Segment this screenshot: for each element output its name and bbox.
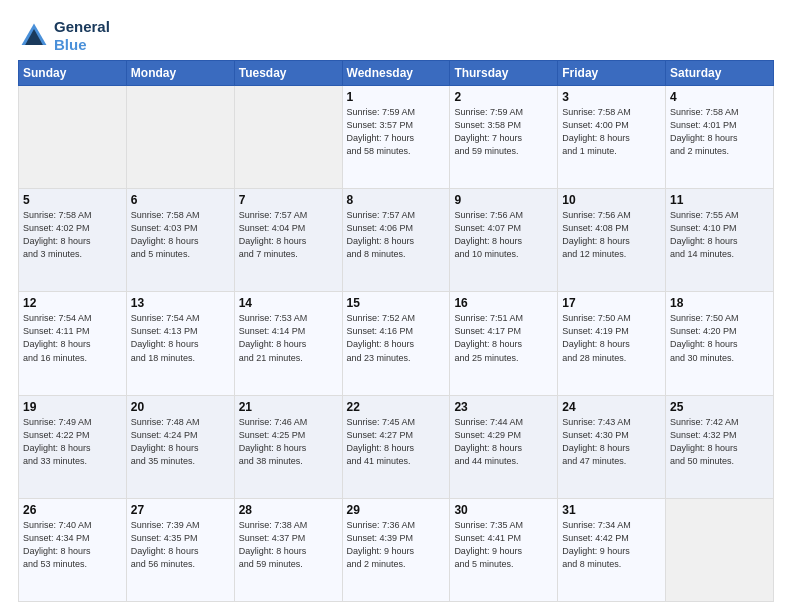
day-number: 10: [562, 193, 661, 207]
calendar-day-cell: 13Sunrise: 7:54 AM Sunset: 4:13 PM Dayli…: [126, 292, 234, 395]
day-number: 12: [23, 296, 122, 310]
calendar-day-cell: [234, 86, 342, 189]
calendar-day-cell: 28Sunrise: 7:38 AM Sunset: 4:37 PM Dayli…: [234, 498, 342, 601]
day-number: 7: [239, 193, 338, 207]
day-info: Sunrise: 7:44 AM Sunset: 4:29 PM Dayligh…: [454, 416, 553, 468]
calendar-day-cell: 7Sunrise: 7:57 AM Sunset: 4:04 PM Daylig…: [234, 189, 342, 292]
calendar-day-cell: 18Sunrise: 7:50 AM Sunset: 4:20 PM Dayli…: [666, 292, 774, 395]
calendar-day-cell: 2Sunrise: 7:59 AM Sunset: 3:58 PM Daylig…: [450, 86, 558, 189]
calendar-day-cell: 15Sunrise: 7:52 AM Sunset: 4:16 PM Dayli…: [342, 292, 450, 395]
day-info: Sunrise: 7:35 AM Sunset: 4:41 PM Dayligh…: [454, 519, 553, 571]
day-number: 16: [454, 296, 553, 310]
logo-line1: General: [54, 18, 110, 36]
logo-text: General Blue: [54, 18, 110, 54]
calendar-day-cell: 21Sunrise: 7:46 AM Sunset: 4:25 PM Dayli…: [234, 395, 342, 498]
calendar-day-cell: 23Sunrise: 7:44 AM Sunset: 4:29 PM Dayli…: [450, 395, 558, 498]
day-number: 28: [239, 503, 338, 517]
header: General Blue: [18, 18, 774, 54]
calendar-day-cell: 3Sunrise: 7:58 AM Sunset: 4:00 PM Daylig…: [558, 86, 666, 189]
calendar-day-header: Friday: [558, 61, 666, 86]
day-info: Sunrise: 7:40 AM Sunset: 4:34 PM Dayligh…: [23, 519, 122, 571]
day-info: Sunrise: 7:46 AM Sunset: 4:25 PM Dayligh…: [239, 416, 338, 468]
day-info: Sunrise: 7:45 AM Sunset: 4:27 PM Dayligh…: [347, 416, 446, 468]
day-number: 14: [239, 296, 338, 310]
calendar-week-row: 12Sunrise: 7:54 AM Sunset: 4:11 PM Dayli…: [19, 292, 774, 395]
calendar-day-cell: 4Sunrise: 7:58 AM Sunset: 4:01 PM Daylig…: [666, 86, 774, 189]
calendar-day-header: Thursday: [450, 61, 558, 86]
day-number: 6: [131, 193, 230, 207]
day-info: Sunrise: 7:58 AM Sunset: 4:01 PM Dayligh…: [670, 106, 769, 158]
day-number: 15: [347, 296, 446, 310]
calendar-day-cell: [126, 86, 234, 189]
calendar-day-cell: 26Sunrise: 7:40 AM Sunset: 4:34 PM Dayli…: [19, 498, 127, 601]
calendar-day-cell: 6Sunrise: 7:58 AM Sunset: 4:03 PM Daylig…: [126, 189, 234, 292]
calendar-day-cell: 16Sunrise: 7:51 AM Sunset: 4:17 PM Dayli…: [450, 292, 558, 395]
calendar-day-cell: 14Sunrise: 7:53 AM Sunset: 4:14 PM Dayli…: [234, 292, 342, 395]
day-info: Sunrise: 7:43 AM Sunset: 4:30 PM Dayligh…: [562, 416, 661, 468]
day-number: 24: [562, 400, 661, 414]
calendar-day-cell: 27Sunrise: 7:39 AM Sunset: 4:35 PM Dayli…: [126, 498, 234, 601]
day-number: 31: [562, 503, 661, 517]
calendar-day-cell: 5Sunrise: 7:58 AM Sunset: 4:02 PM Daylig…: [19, 189, 127, 292]
day-number: 2: [454, 90, 553, 104]
calendar-day-cell: 19Sunrise: 7:49 AM Sunset: 4:22 PM Dayli…: [19, 395, 127, 498]
day-number: 30: [454, 503, 553, 517]
day-info: Sunrise: 7:56 AM Sunset: 4:07 PM Dayligh…: [454, 209, 553, 261]
day-info: Sunrise: 7:58 AM Sunset: 4:00 PM Dayligh…: [562, 106, 661, 158]
day-number: 11: [670, 193, 769, 207]
calendar-day-cell: 12Sunrise: 7:54 AM Sunset: 4:11 PM Dayli…: [19, 292, 127, 395]
calendar-day-header: Wednesday: [342, 61, 450, 86]
calendar-day-cell: [19, 86, 127, 189]
day-number: 17: [562, 296, 661, 310]
logo-icon: [18, 20, 50, 52]
calendar-week-row: 1Sunrise: 7:59 AM Sunset: 3:57 PM Daylig…: [19, 86, 774, 189]
calendar-day-cell: 9Sunrise: 7:56 AM Sunset: 4:07 PM Daylig…: [450, 189, 558, 292]
calendar-day-cell: 1Sunrise: 7:59 AM Sunset: 3:57 PM Daylig…: [342, 86, 450, 189]
day-number: 5: [23, 193, 122, 207]
calendar-week-row: 19Sunrise: 7:49 AM Sunset: 4:22 PM Dayli…: [19, 395, 774, 498]
calendar-day-cell: 24Sunrise: 7:43 AM Sunset: 4:30 PM Dayli…: [558, 395, 666, 498]
calendar-day-header: Monday: [126, 61, 234, 86]
day-info: Sunrise: 7:36 AM Sunset: 4:39 PM Dayligh…: [347, 519, 446, 571]
calendar-day-cell: 29Sunrise: 7:36 AM Sunset: 4:39 PM Dayli…: [342, 498, 450, 601]
day-info: Sunrise: 7:50 AM Sunset: 4:19 PM Dayligh…: [562, 312, 661, 364]
day-info: Sunrise: 7:55 AM Sunset: 4:10 PM Dayligh…: [670, 209, 769, 261]
day-number: 22: [347, 400, 446, 414]
day-number: 1: [347, 90, 446, 104]
day-number: 20: [131, 400, 230, 414]
day-number: 21: [239, 400, 338, 414]
day-info: Sunrise: 7:56 AM Sunset: 4:08 PM Dayligh…: [562, 209, 661, 261]
day-number: 27: [131, 503, 230, 517]
calendar-day-cell: 30Sunrise: 7:35 AM Sunset: 4:41 PM Dayli…: [450, 498, 558, 601]
day-info: Sunrise: 7:48 AM Sunset: 4:24 PM Dayligh…: [131, 416, 230, 468]
day-number: 13: [131, 296, 230, 310]
day-info: Sunrise: 7:34 AM Sunset: 4:42 PM Dayligh…: [562, 519, 661, 571]
calendar-day-cell: 10Sunrise: 7:56 AM Sunset: 4:08 PM Dayli…: [558, 189, 666, 292]
page: General Blue SundayMondayTuesdayWednesda…: [0, 0, 792, 612]
day-info: Sunrise: 7:42 AM Sunset: 4:32 PM Dayligh…: [670, 416, 769, 468]
calendar-day-cell: 8Sunrise: 7:57 AM Sunset: 4:06 PM Daylig…: [342, 189, 450, 292]
calendar-day-cell: 20Sunrise: 7:48 AM Sunset: 4:24 PM Dayli…: [126, 395, 234, 498]
day-number: 4: [670, 90, 769, 104]
day-number: 9: [454, 193, 553, 207]
day-info: Sunrise: 7:54 AM Sunset: 4:13 PM Dayligh…: [131, 312, 230, 364]
calendar-header-row: SundayMondayTuesdayWednesdayThursdayFrid…: [19, 61, 774, 86]
calendar-table: SundayMondayTuesdayWednesdayThursdayFrid…: [18, 60, 774, 602]
calendar-day-cell: 31Sunrise: 7:34 AM Sunset: 4:42 PM Dayli…: [558, 498, 666, 601]
calendar-day-cell: 17Sunrise: 7:50 AM Sunset: 4:19 PM Dayli…: [558, 292, 666, 395]
day-info: Sunrise: 7:52 AM Sunset: 4:16 PM Dayligh…: [347, 312, 446, 364]
calendar-day-cell: [666, 498, 774, 601]
day-number: 3: [562, 90, 661, 104]
day-info: Sunrise: 7:53 AM Sunset: 4:14 PM Dayligh…: [239, 312, 338, 364]
calendar-day-cell: 22Sunrise: 7:45 AM Sunset: 4:27 PM Dayli…: [342, 395, 450, 498]
calendar-day-header: Saturday: [666, 61, 774, 86]
logo-line2: Blue: [54, 36, 87, 53]
logo: General Blue: [18, 18, 110, 54]
day-info: Sunrise: 7:49 AM Sunset: 4:22 PM Dayligh…: [23, 416, 122, 468]
day-info: Sunrise: 7:58 AM Sunset: 4:02 PM Dayligh…: [23, 209, 122, 261]
day-info: Sunrise: 7:51 AM Sunset: 4:17 PM Dayligh…: [454, 312, 553, 364]
day-number: 18: [670, 296, 769, 310]
day-info: Sunrise: 7:57 AM Sunset: 4:06 PM Dayligh…: [347, 209, 446, 261]
day-info: Sunrise: 7:59 AM Sunset: 3:58 PM Dayligh…: [454, 106, 553, 158]
day-number: 19: [23, 400, 122, 414]
